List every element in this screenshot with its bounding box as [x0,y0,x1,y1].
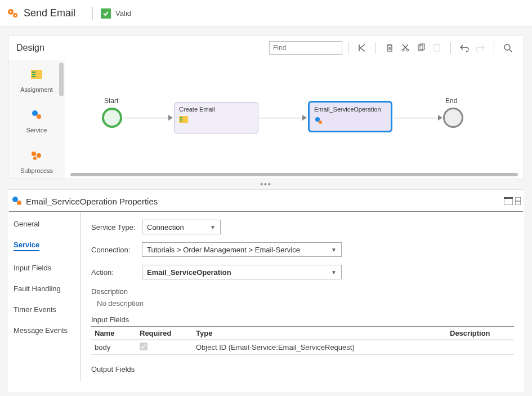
layout-split-icon[interactable] [515,197,521,205]
connection-select[interactable]: Tutorials > Order Management > Email-Ser… [142,242,342,257]
svg-rect-23 [180,121,182,122]
svg-point-19 [33,157,37,160]
col-required: Required [136,327,193,340]
assignment-icon [28,66,45,83]
properties-header: Email_ServiceOperation Properties [9,190,523,212]
svg-rect-21 [180,117,182,118]
svg-rect-29 [504,197,513,199]
trash-icon[interactable] [383,42,396,54]
input-fields-table: Name Required Type Description body Obje… [91,326,514,355]
svg-rect-13 [32,74,35,75]
svg-point-10 [504,45,510,50]
connector [124,118,169,118]
paste-icon[interactable] [431,42,443,54]
palette-scrollbar[interactable] [59,63,64,96]
gears-icon [6,7,19,20]
svg-point-2 [10,11,12,12]
svg-point-3 [15,14,16,15]
arrow-icon [168,115,173,121]
connector [394,118,439,118]
subprocess-icon [28,147,45,164]
divider [92,7,93,20]
properties-form: Service Type: Connection ▼ Connection: T… [81,212,524,381]
palette-item-service[interactable]: Service [8,101,65,141]
splitter-handle[interactable]: ••• [0,179,532,189]
canvas-scrollbar[interactable] [70,173,518,176]
svg-point-17 [32,152,36,156]
svg-rect-22 [180,119,182,120]
tab-input-fields[interactable]: Input Fields [14,264,75,272]
svg-point-26 [12,197,18,202]
start-node[interactable] [102,108,122,128]
assignment-icon [179,116,253,123]
properties-title: Email_ServiceOperation Properties [26,197,158,206]
top-header: Send Email Valid [0,0,532,27]
svg-rect-14 [32,76,35,77]
svg-point-16 [37,114,41,119]
flow-canvas[interactable]: Start Create Email Email_ServiceOperatio… [65,60,524,179]
col-type: Type [193,327,446,340]
input-fields-heading: Input Fields [91,315,514,324]
go-start-icon[interactable] [356,42,368,54]
table-row[interactable]: body Object ID (Email-Service:Email_Serv… [91,340,514,355]
svg-rect-9 [436,44,438,45]
palette-item-label: Assignment [20,86,52,93]
zoom-icon[interactable] [502,42,514,54]
select-value: Email_ServiceOperation [147,268,231,277]
cell-name: body [91,340,136,355]
find-input[interactable] [269,41,342,55]
palette-item-assignment[interactable]: Assignment [8,60,65,101]
properties-panel: Email_ServiceOperation Properties Genera… [8,189,524,392]
svg-rect-8 [434,45,440,51]
svg-rect-12 [32,72,35,73]
tab-fault-handling[interactable]: Fault Handling [14,284,75,293]
palette-item-subprocess[interactable]: Subprocess [8,141,65,179]
chevron-down-icon: ▼ [331,247,337,253]
design-title: Design [16,43,44,53]
cell-type: Object ID (Email-Service:Email_ServiceRe… [193,340,446,355]
required-checkbox [140,342,147,350]
page-title: Send Email [24,7,75,19]
flow-node-label: Email_ServiceOperation [314,106,386,113]
end-label: End [445,97,457,105]
connector [258,118,303,118]
flow-node-create-email[interactable]: Create Email [174,102,258,134]
select-value: Connection [147,223,184,232]
cut-icon[interactable] [399,42,412,54]
chevron-down-icon: ▼ [210,224,216,230]
canvas-row: Assignment Service Subprocess Start [8,60,524,179]
action-select[interactable]: Email_ServiceOperation ▼ [142,265,342,279]
palette-item-label: Subprocess [20,167,53,174]
undo-icon[interactable] [458,42,471,54]
copy-icon[interactable] [415,42,427,54]
arrow-icon [438,115,442,121]
checkmark-icon [101,8,111,19]
service-type-select[interactable]: Connection ▼ [142,220,221,234]
svg-point-24 [315,117,320,122]
redo-icon[interactable] [474,42,486,54]
tab-service[interactable]: Service [14,241,39,251]
service-icon [11,195,23,207]
design-panel: Design [8,35,524,179]
chevron-down-icon: ▼ [331,269,337,275]
service-type-label: Service Type: [91,223,142,232]
arrow-icon [302,115,307,121]
svg-point-27 [17,201,21,205]
flow-node-email-service[interactable]: Email_ServiceOperation [308,101,392,132]
select-value: Tutorials > Order Management > Email-Ser… [147,246,300,254]
connection-label: Connection: [91,246,142,254]
cell-description [446,340,514,355]
tab-timer-events[interactable]: Timer Events [14,305,75,314]
service-icon [314,116,386,125]
tab-general[interactable]: General [14,220,75,228]
properties-tabs: General Service Input Fields Fault Handl… [8,212,81,381]
description-text: No description [97,299,514,308]
layout-icon[interactable] [504,197,513,205]
col-name: Name [91,327,136,340]
end-node[interactable] [443,108,463,128]
tab-message-events[interactable]: Message Events [14,326,75,335]
col-description: Description [446,327,514,340]
svg-point-15 [32,110,38,116]
palette-item-label: Service [26,127,47,134]
start-label: Start [104,97,118,105]
